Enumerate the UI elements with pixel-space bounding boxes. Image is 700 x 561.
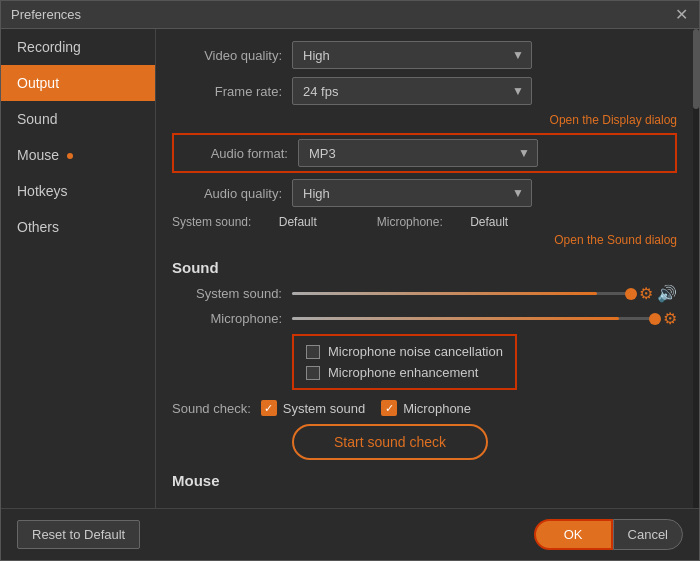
frame-rate-label: Frame rate: [172,84,282,99]
system-sound-icons: ⚙ 🔊 [639,284,677,303]
ok-cancel-group: OK Cancel [534,519,683,550]
speaker-icon[interactable]: 🔊 [657,284,677,303]
microphone-settings-icon[interactable]: ⚙ [663,309,677,328]
sidebar-item-sound[interactable]: Sound [1,101,155,137]
system-sound-slider-container [292,292,631,295]
system-sound-fill [292,292,597,295]
system-sound-track [292,292,631,295]
audio-quality-row: Audio quality: High Medium Low ▼ [172,179,677,207]
ok-button[interactable]: OK [534,519,613,550]
sidebar-item-output[interactable]: Output [1,65,155,101]
noise-cancellation-label: Microphone noise cancellation [328,344,503,359]
system-sound-check-item: ✓ System sound [261,400,365,416]
system-sound-check[interactable]: ✓ [261,400,277,416]
microphone-check-label: Microphone [403,401,471,416]
start-sound-check-button[interactable]: Start sound check [292,424,488,460]
microphone-options-group: Microphone noise cancellation Microphone… [292,334,517,390]
frame-rate-row: Frame rate: 24 fps 30 fps 60 fps ▼ [172,77,677,105]
microphone-icons: ⚙ [663,309,677,328]
start-sound-check-container: Start sound check [172,424,677,460]
open-sound-dialog-link[interactable]: Open the Sound dialog [172,233,677,247]
audio-format-select-wrapper: MP3 AAC WAV ▼ [298,139,538,167]
microphone-track [292,317,655,320]
window-title: Preferences [11,7,81,22]
mouse-section-title: Mouse [172,472,677,489]
scrollbar[interactable] [693,29,699,508]
system-sound-info: System sound: Default [172,215,337,229]
audio-format-row: Audio format: MP3 AAC WAV ▼ [172,133,677,173]
preferences-window: Preferences ✕ Recording Output Sound Mou… [0,0,700,561]
settings-icon[interactable]: ⚙ [639,284,653,303]
system-sound-thumb[interactable] [625,288,637,300]
enhancement-checkbox[interactable] [306,366,320,380]
system-sound-slider-label: System sound: [172,286,282,301]
microphone-check-item: ✓ Microphone [381,400,471,416]
frame-rate-select[interactable]: 24 fps 30 fps 60 fps [292,77,532,105]
noise-cancellation-row[interactable]: Microphone noise cancellation [306,344,503,359]
sidebar-item-mouse[interactable]: Mouse [1,137,155,173]
sidebar-item-recording[interactable]: Recording [1,29,155,65]
sound-dialog-row: Open the Sound dialog [172,233,677,247]
reset-button[interactable]: Reset to Default [17,520,140,549]
bottom-bar: Reset to Default OK Cancel [1,508,699,560]
audio-format-select[interactable]: MP3 AAC WAV [298,139,538,167]
close-button[interactable]: ✕ [673,7,689,23]
noise-cancellation-checkbox[interactable] [306,345,320,359]
system-sound-value: Default [279,215,317,229]
scrollbar-thumb[interactable] [693,29,699,109]
sidebar-item-hotkeys[interactable]: Hotkeys [1,173,155,209]
cancel-button[interactable]: Cancel [613,519,683,550]
sound-info-row: System sound: Default Microphone: Defaul… [172,215,677,229]
microphone-slider-container [292,317,655,320]
microphone-info: Microphone: Default [377,215,528,229]
audio-format-label: Audio format: [178,146,288,161]
open-display-dialog-link[interactable]: Open the Display dialog [172,113,677,127]
sidebar-item-others[interactable]: Others [1,209,155,245]
video-quality-row: Video quality: High Medium Low ▼ [172,41,677,69]
system-sound-check-label: System sound [283,401,365,416]
video-quality-label: Video quality: [172,48,282,63]
system-sound-slider-row: System sound: ⚙ 🔊 [172,284,677,303]
video-quality-select-wrapper: High Medium Low ▼ [292,41,532,69]
title-bar: Preferences ✕ [1,1,699,29]
main-content: Recording Output Sound Mouse Hotkeys Oth… [1,29,699,508]
microphone-value: Default [470,215,508,229]
microphone-check[interactable]: ✓ [381,400,397,416]
enhancement-row[interactable]: Microphone enhancement [306,365,503,380]
audio-quality-label: Audio quality: [172,186,282,201]
display-dialog-row: Open the Display dialog [172,113,677,127]
content-area: Video quality: High Medium Low ▼ Frame r… [156,29,693,508]
sidebar: Recording Output Sound Mouse Hotkeys Oth… [1,29,156,508]
audio-quality-select-wrapper: High Medium Low ▼ [292,179,532,207]
sound-section-title: Sound [172,259,677,276]
audio-quality-select[interactable]: High Medium Low [292,179,532,207]
microphone-slider-label: Microphone: [172,311,282,326]
video-quality-select[interactable]: High Medium Low [292,41,532,69]
sound-check-label: Sound check: [172,401,251,416]
enhancement-label: Microphone enhancement [328,365,478,380]
frame-rate-select-wrapper: 24 fps 30 fps 60 fps ▼ [292,77,532,105]
microphone-fill [292,317,619,320]
microphone-slider-row: Microphone: ⚙ [172,309,677,328]
microphone-thumb[interactable] [649,313,661,325]
sound-check-row: Sound check: ✓ System sound ✓ Microphone [172,400,677,416]
mouse-dot [67,153,73,159]
